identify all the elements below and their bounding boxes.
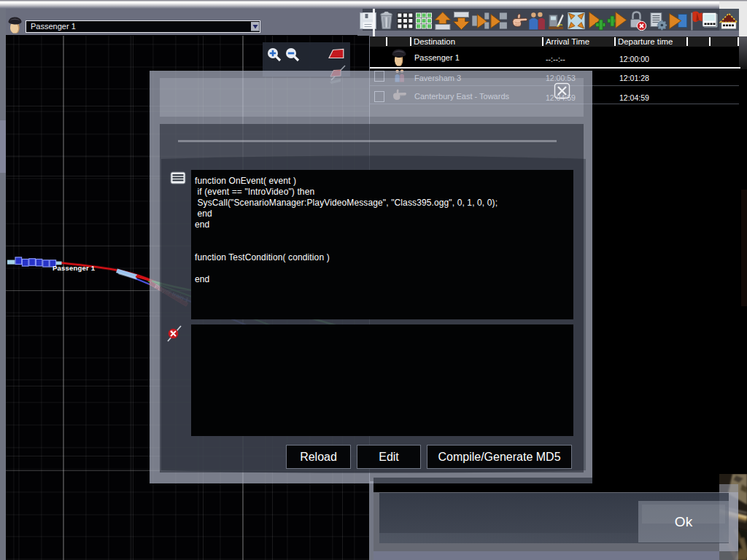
svg-text:Passenger 1: Passenger 1 — [53, 264, 96, 272]
